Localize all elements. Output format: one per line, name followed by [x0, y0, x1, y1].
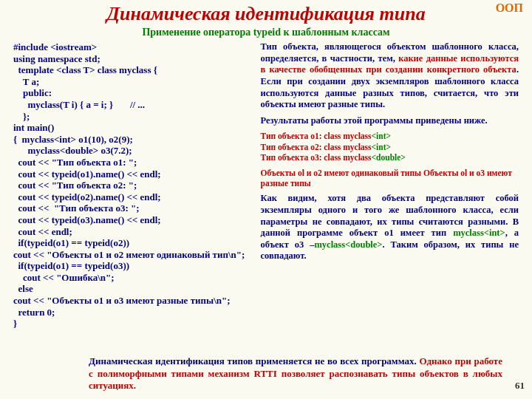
code-line: int main()	[13, 122, 252, 134]
text-type: <double>	[372, 153, 406, 162]
code-line: using namespace std;	[13, 53, 252, 65]
code-line: T a;	[13, 76, 252, 88]
code-block: #include <iostream> using namespace std;…	[13, 41, 252, 330]
oop-tag: ООП	[496, 1, 523, 15]
text: Динамическая идентификация типов применя…	[89, 355, 419, 366]
code-line: cout << endl;	[13, 226, 252, 238]
code-line: cout << "Тип объекта o2: ";	[13, 180, 252, 191]
text-type: myclass<int>	[453, 228, 505, 238]
code-line: if(typeid(o1) == typeid(o3))	[13, 260, 252, 272]
output-line: Объекты ol и o2 имеют одинаковый типы Об…	[261, 168, 519, 189]
code-line: cout << "Объекты o1 и o2 имеют одинаковы…	[13, 249, 252, 261]
explanation-block: Тип объекта, являющегося объектом шаблон…	[261, 41, 519, 330]
code-line: myclass<double> o3(7.2);	[13, 145, 252, 157]
output-line: Тип объекта o1: class myclass<int>	[261, 131, 519, 141]
code-line: cout << typeid(o2).name() << endl;	[13, 191, 252, 203]
paragraph: Результаты работы этой программы приведе…	[261, 115, 519, 127]
text-type: <int>	[372, 143, 392, 151]
code-line: myclass(T i) { a = i; } // ...	[13, 99, 252, 111]
code-line: cout << typeid(o1).name() << endl;	[13, 168, 252, 180]
text: Тип объекта o3: class myclass	[261, 153, 372, 162]
code-line: else	[13, 283, 252, 295]
code-line: };	[13, 111, 252, 123]
code-line: return 0;	[13, 307, 252, 318]
code-line: public:	[13, 87, 252, 99]
text: Тип объекта o2: class myclass	[261, 143, 372, 151]
page-title: Динамическая идентификация типа	[13, 3, 519, 25]
code-line: cout << "Ошибка\n";	[13, 272, 252, 284]
page-subtitle: Применение оператора typeid к шаблонным …	[13, 27, 519, 38]
code-line: }	[13, 318, 252, 330]
paragraph: Как видим, хотя два объекта представляют…	[261, 193, 519, 262]
output-line: Тип объекта o3: class myclass<double>	[261, 152, 519, 163]
code-line: if(typeid(o1) == typeid(o2))	[13, 237, 252, 249]
code-line: cout << "Объекты o1 и o3 имеют разные ти…	[13, 295, 252, 307]
code-line: template <class T> class myclass {	[13, 64, 252, 76]
page-number: 61	[515, 380, 525, 392]
code-line: cout << "Тип объекта o3: ";	[13, 202, 252, 214]
code-line: cout << "Тип объекта o1: ";	[13, 157, 252, 168]
code-line: { myclass<int> o1(10), o2(9);	[13, 134, 252, 146]
code-line: cout << typeid(o3).name() << endl;	[13, 214, 252, 226]
output-line: Тип объекта o2: class myclass<int>	[261, 142, 519, 152]
text-type: <int>	[372, 132, 392, 140]
text: Тип объекта o1: class myclass	[261, 132, 372, 140]
footer-note: Динамическая идентификация типов применя…	[89, 355, 502, 392]
text-type: myclass<double>	[314, 239, 382, 250]
paragraph: Тип объекта, являющегося объектом шаблон…	[261, 41, 519, 111]
code-line: #include <iostream>	[13, 41, 252, 53]
